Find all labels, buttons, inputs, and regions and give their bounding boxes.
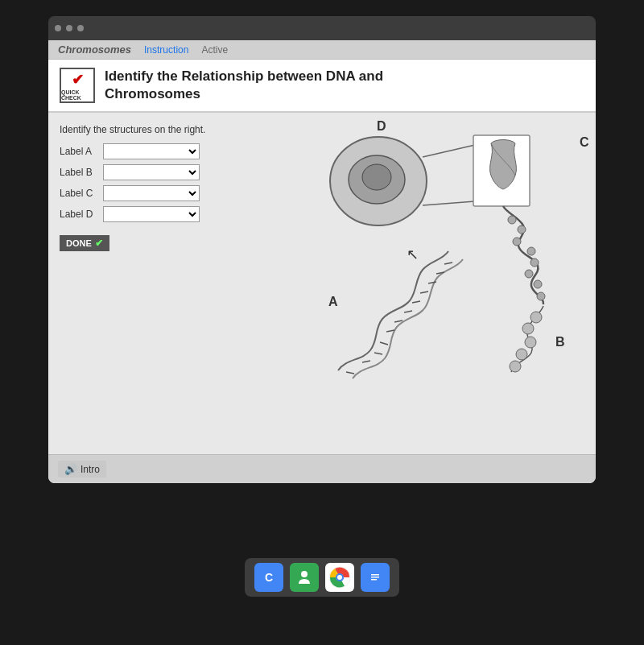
main-content: Identify the structures on the right. La… [48, 113, 596, 459]
svg-point-13 [537, 292, 545, 300]
a-label: A [328, 295, 338, 308]
svg-rect-37 [371, 574, 379, 576]
label-c-select[interactable] [103, 185, 200, 201]
browser-top-bar [48, 16, 596, 40]
svg-point-7 [518, 225, 526, 234]
c-label: C [580, 135, 589, 149]
svg-point-15 [522, 323, 534, 334]
intro-button[interactable]: 🔊 Intro [58, 461, 106, 478]
svg-line-21 [374, 353, 382, 354]
done-button[interactable]: DONE ✔ [60, 235, 109, 251]
label-c-row: Label C [60, 185, 230, 201]
svg-point-31 [301, 571, 308, 577]
label-b-row: Label B [60, 164, 230, 180]
browser-screen: Chromosomes Instruction Active ✔ QUICK C… [48, 16, 596, 483]
instruction-tab[interactable]: Instruction [144, 44, 188, 56]
content-area: Chromosomes Instruction Active ✔ QUICK C… [48, 40, 596, 483]
header-section: ✔ QUICK CHECK Identify the Relationship … [48, 60, 596, 113]
svg-point-12 [534, 280, 542, 288]
taskbar-chromebook-icon[interactable]: C [254, 563, 283, 592]
mouse-cursor: ↖ [407, 246, 419, 263]
svg-point-18 [510, 361, 521, 372]
svg-point-11 [525, 270, 533, 278]
svg-line-4 [423, 201, 475, 205]
docs-svg [365, 568, 385, 587]
chrome-svg [328, 566, 351, 589]
taskbar-people-icon[interactable] [290, 563, 319, 592]
svg-line-26 [412, 301, 420, 303]
diagram-area: D C A B ↖ [258, 113, 596, 419]
svg-line-19 [346, 372, 354, 374]
svg-line-27 [420, 291, 428, 293]
svg-point-16 [525, 337, 536, 348]
svg-line-28 [428, 282, 436, 283]
svg-point-35 [337, 575, 342, 580]
label-a-row: Label A [60, 143, 230, 159]
speaker-icon: 🔊 [64, 463, 77, 475]
left-panel: Identify the structures on the right. La… [48, 113, 242, 459]
b-label: B [555, 335, 565, 349]
label-c-text: Label C [60, 188, 98, 199]
badge-label: QUICK CHECK [61, 89, 93, 101]
svg-line-25 [404, 311, 412, 312]
svg-point-8 [513, 238, 521, 246]
intro-label: Intro [80, 464, 100, 475]
page-title: Chromosomes [58, 43, 131, 56]
browser-dot-1 [55, 25, 61, 31]
check-icon: ✔ [72, 71, 84, 89]
svg-point-2 [362, 164, 391, 190]
browser-dot-2 [66, 25, 72, 31]
top-bar: Chromosomes Instruction Active [48, 40, 596, 60]
taskbar-docs-icon[interactable] [361, 563, 390, 592]
label-a-text: Label A [60, 146, 98, 157]
svg-point-10 [530, 258, 539, 267]
svg-line-20 [362, 361, 370, 362]
svg-line-30 [444, 263, 452, 264]
d-label: D [377, 119, 386, 133]
instruction-text: Identify the structures on the right. [60, 124, 230, 135]
quick-check-badge: ✔ QUICK CHECK [60, 68, 95, 103]
taskbar-chrome-icon[interactable] [325, 563, 354, 592]
label-b-text: Label B [60, 167, 98, 178]
svg-point-9 [527, 247, 535, 255]
label-a-select[interactable] [103, 143, 200, 159]
svg-line-22 [380, 342, 388, 345]
right-panel: D C A B ↖ [242, 113, 596, 459]
active-status: Active [201, 44, 228, 56]
label-d-select[interactable] [103, 206, 200, 222]
diagram-svg: D C A B [258, 113, 596, 419]
header-title: Identify the Relationship between DNA an… [105, 68, 383, 103]
label-b-select[interactable] [103, 164, 200, 180]
svg-point-6 [508, 216, 516, 224]
people-svg [296, 569, 312, 585]
browser-dot-3 [77, 25, 84, 31]
taskbar: C [245, 558, 399, 597]
label-d-text: Label D [60, 209, 98, 220]
svg-rect-39 [371, 579, 377, 581]
svg-point-17 [516, 349, 527, 360]
svg-line-24 [394, 320, 402, 322]
bottom-bar: 🔊 Intro [48, 454, 596, 483]
svg-point-14 [530, 312, 542, 323]
label-d-row: Label D [60, 206, 230, 222]
svg-line-3 [423, 145, 475, 157]
svg-rect-38 [371, 577, 379, 578]
done-check-icon: ✔ [95, 238, 103, 249]
